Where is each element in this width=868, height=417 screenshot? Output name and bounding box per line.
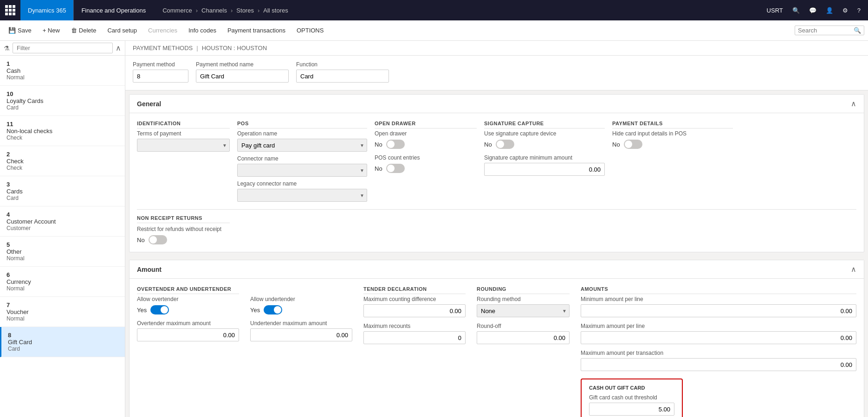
- min-amount-per-line-input[interactable]: [581, 304, 856, 317]
- general-fields-grid: IDENTIFICATION Terms of payment ▼: [137, 121, 856, 202]
- allow-undertender-field: Allow undertender Yes: [250, 296, 352, 314]
- sidebar-collapse-btn[interactable]: ∧: [116, 44, 121, 52]
- undertender-max-input[interactable]: [250, 328, 352, 341]
- sidebar-item-3[interactable]: 3 Cards Card: [0, 176, 125, 206]
- allow-overtender-toggle-wrap: Yes: [137, 305, 239, 314]
- sig-capture-min-input[interactable]: [484, 163, 605, 176]
- use-signature-toggle[interactable]: [496, 140, 514, 149]
- undertender-max-field: Undertender maximum amount: [250, 320, 352, 341]
- sidebar-top-bar: ⚗ ∧: [0, 41, 125, 56]
- new-button[interactable]: + New: [38, 23, 65, 38]
- info-codes-label: Info codes: [188, 27, 216, 34]
- allow-undertender-toggle[interactable]: [264, 305, 282, 314]
- operation-name-select[interactable]: Pay gift card: [237, 139, 367, 152]
- round-off-input[interactable]: [477, 331, 570, 344]
- payment-transactions-label: Payment transactions: [227, 27, 285, 34]
- hide-card-input-label: Hide card input details in POS: [612, 130, 733, 137]
- user-label[interactable]: USRT: [763, 5, 787, 16]
- round-off-label: Round-off: [477, 323, 570, 329]
- payment-method-input[interactable]: [133, 70, 188, 83]
- main-layout: ⚗ ∧ 1 Cash Normal 10 Loyalty Cards Card …: [0, 41, 868, 417]
- sidebar-item-number: 8: [8, 332, 118, 339]
- gift-card-threshold-input[interactable]: [589, 403, 674, 416]
- terms-of-payment-label: Terms of payment: [137, 130, 230, 137]
- info-codes-button[interactable]: Info codes: [184, 23, 221, 38]
- amount-section-title: Amount: [137, 266, 162, 273]
- max-counting-diff-input[interactable]: [363, 304, 466, 317]
- legacy-connector-select[interactable]: [237, 189, 367, 202]
- options-button[interactable]: OPTIONS: [292, 23, 329, 38]
- allow-overtender-field: Allow overtender Yes: [137, 296, 239, 314]
- payment-method-name-label: Payment method name: [196, 61, 289, 68]
- sidebar-item-number: 1: [6, 60, 118, 67]
- sidebar-filter-input[interactable]: [13, 43, 113, 53]
- help-nav-btn[interactable]: ?: [854, 5, 864, 16]
- sidebar-item-type: Customer: [6, 225, 118, 231]
- form-header: Payment method Payment method name Funct…: [125, 56, 868, 90]
- payment-method-name-input[interactable]: [196, 70, 289, 83]
- rounding-method-select[interactable]: None Normal Down Up: [477, 304, 570, 317]
- chat-nav-btn[interactable]: 💬: [805, 5, 820, 16]
- non-receipt-returns-row: NON RECEIPT RETURNS Restrict for refunds…: [137, 209, 856, 244]
- save-button[interactable]: 💾 Save: [4, 23, 36, 38]
- sidebar-item-name: Cards: [6, 188, 118, 195]
- sidebar-item-number: 6: [6, 271, 118, 278]
- search-nav-btn[interactable]: 🔍: [789, 5, 803, 16]
- general-section-collapse-btn[interactable]: ∧: [851, 99, 856, 108]
- delete-button[interactable]: 🗑 Delete: [66, 23, 101, 38]
- sidebar-item-type: Card: [6, 104, 118, 111]
- open-drawer-toggle[interactable]: [386, 140, 405, 149]
- nav-actions: USRT 🔍 💬 👤 ⚙ ?: [763, 5, 868, 16]
- max-amount-per-line-input[interactable]: [581, 331, 856, 344]
- gift-card-threshold-label: Gift card cash out threshold: [589, 394, 674, 401]
- max-amount-per-line-label: Maximum amount per line: [581, 323, 856, 329]
- toolbar-search-input[interactable]: [798, 27, 854, 34]
- sidebar-item-4[interactable]: 4 Customer Account Customer: [0, 206, 125, 237]
- sidebar-item-1[interactable]: 1 Cash Normal: [0, 56, 125, 86]
- waffle-menu[interactable]: [0, 0, 20, 20]
- sidebar-item-10[interactable]: 10 Loyalty Cards Card: [0, 86, 125, 116]
- sidebar-item-11[interactable]: 11 Non-local checks Check: [0, 116, 125, 146]
- overtender-max-input[interactable]: [137, 328, 239, 341]
- min-amount-per-line-label: Minimum amount per line: [581, 296, 856, 302]
- sidebar-item-6[interactable]: 6 Currency Normal: [0, 267, 125, 297]
- sidebar-item-8[interactable]: 8 Gift Card Card: [0, 327, 125, 357]
- sidebar-item-2[interactable]: 2 Check Check: [0, 146, 125, 176]
- legacy-connector-label: Legacy connector name: [237, 180, 367, 187]
- settings-nav-btn[interactable]: ⚙: [839, 5, 852, 16]
- legacy-connector-select-wrap: ▼: [237, 189, 367, 202]
- filter-icon-btn[interactable]: ⚗: [4, 45, 10, 52]
- general-section-body: IDENTIFICATION Terms of payment ▼: [130, 113, 864, 252]
- brand-label: Dynamics 365: [28, 7, 66, 14]
- sidebar-item-7[interactable]: 7 Voucher Normal: [0, 297, 125, 327]
- max-recounts-label: Maximum recounts: [363, 323, 466, 329]
- card-setup-button[interactable]: Card setup: [103, 23, 142, 38]
- terms-of-payment-select[interactable]: [137, 139, 230, 152]
- payment-transactions-button[interactable]: Payment transactions: [223, 23, 290, 38]
- amount-section-collapse-btn[interactable]: ∧: [851, 265, 856, 274]
- tender-declaration-title: TENDER DECLARATION: [363, 286, 466, 294]
- profile-nav-btn[interactable]: 👤: [822, 5, 837, 16]
- function-label: Function: [296, 61, 389, 68]
- max-amount-per-transaction-input[interactable]: [581, 358, 856, 371]
- sidebar-item-type: Normal: [6, 285, 118, 292]
- breadcrumb-part1: PAYMENT METHODS: [133, 45, 193, 51]
- overtender-max-field: Overtender maximum amount: [137, 320, 239, 341]
- sidebar-item-name: Check: [6, 158, 118, 165]
- pos-count-entries-field: POS count entries No: [375, 154, 477, 173]
- allow-overtender-toggle[interactable]: [150, 305, 169, 314]
- sig-capture-min-field: Signature capture minimum amount: [484, 154, 605, 176]
- hide-card-input-toggle[interactable]: [624, 140, 642, 149]
- function-input[interactable]: [296, 70, 389, 83]
- sidebar-list: 1 Cash Normal 10 Loyalty Cards Card 11 N…: [0, 56, 125, 417]
- currencies-button[interactable]: Currencies: [143, 23, 182, 38]
- max-recounts-input[interactable]: [363, 331, 466, 344]
- breadcrumb-part2: HOUSTON : HOUSTON: [202, 45, 267, 51]
- pos-count-entries-toggle[interactable]: [386, 164, 405, 173]
- rounding-method-field: Rounding method None Normal Down Up ▼: [477, 296, 570, 317]
- max-recounts-field: Maximum recounts: [363, 323, 466, 344]
- sidebar-item-name: Customer Account: [6, 218, 118, 225]
- sidebar-item-5[interactable]: 5 Other Normal: [0, 237, 125, 267]
- restrict-refunds-toggle[interactable]: [149, 235, 167, 244]
- connector-name-select[interactable]: [237, 164, 367, 177]
